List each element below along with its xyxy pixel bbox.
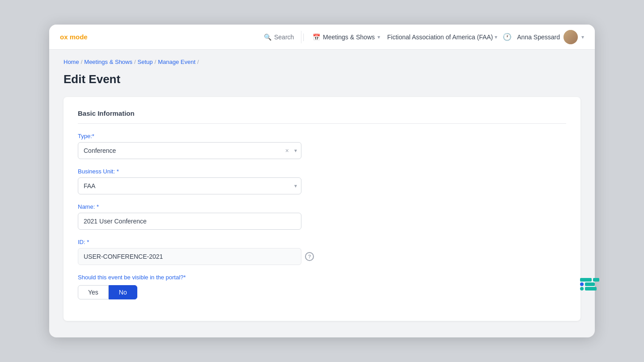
widget-bar-1 xyxy=(580,278,599,282)
breadcrumb-sep-2: / xyxy=(134,59,136,65)
breadcrumb-sep-1: / xyxy=(81,59,83,65)
name-field-group: Name: * xyxy=(78,203,566,230)
widget-bar-2 xyxy=(580,282,599,286)
org-selector[interactable]: Fictional Association of America (FAA) ▾ xyxy=(387,34,498,41)
business-unit-field-group: Business Unit: * FAA ▾ xyxy=(78,168,566,194)
id-row: ? xyxy=(78,248,566,265)
business-unit-select[interactable]: FAA xyxy=(78,177,301,194)
user-menu[interactable]: Anna Spessard ▾ xyxy=(517,30,584,44)
breadcrumb-sep-4: / xyxy=(197,59,199,65)
breadcrumb: Home / Meetings & Shows / Setup / Manage… xyxy=(64,59,580,65)
breadcrumb-setup[interactable]: Setup xyxy=(138,59,153,65)
nav-divider: | xyxy=(302,32,305,42)
basic-information-card: Basic Information Type:* Conference × ▾ … xyxy=(64,97,580,321)
meetings-nav-label: Meetings & Shows xyxy=(323,34,375,41)
main-content: Home / Meetings & Shows / Setup / Manage… xyxy=(49,50,595,337)
business-unit-select-wrapper: FAA ▾ xyxy=(78,177,301,194)
id-label: ID: * xyxy=(78,239,566,245)
widget-dot-teal xyxy=(580,287,584,290)
visibility-toggle: Yes No xyxy=(78,285,566,299)
page-title: Edit Event xyxy=(64,72,580,86)
user-name: Anna Spessard xyxy=(517,34,560,41)
org-name: Fictional Association of America (FAA) xyxy=(387,34,493,41)
visibility-label: Should this event be visible in the port… xyxy=(78,274,566,281)
app-logo: ox mode xyxy=(60,33,88,41)
name-label: Name: * xyxy=(78,203,566,210)
widget-bar-teal-4 xyxy=(585,287,597,290)
no-button[interactable]: No xyxy=(109,285,137,299)
yes-button[interactable]: Yes xyxy=(78,285,109,299)
widget-bar-teal-2 xyxy=(593,278,599,282)
navbar-right: Fictional Association of America (FAA) ▾… xyxy=(387,30,584,44)
search-button[interactable]: 🔍 Search xyxy=(257,31,301,43)
widget-dot-blue xyxy=(580,282,584,286)
id-field-group: ID: * ? xyxy=(78,239,566,265)
type-field-group: Type:* Conference × ▾ xyxy=(78,133,566,159)
type-label: Type:* xyxy=(78,133,566,139)
meetings-shows-nav[interactable]: 📅 Meetings & Shows ▾ xyxy=(305,31,387,43)
clock-icon[interactable]: 🕐 xyxy=(503,33,512,41)
type-select-wrapper: Conference × ▾ xyxy=(78,142,301,159)
visibility-field-group: Should this event be visible in the port… xyxy=(78,274,566,299)
floating-widget[interactable] xyxy=(580,278,599,290)
user-chevron-icon: ▾ xyxy=(581,34,584,40)
id-help-icon[interactable]: ? xyxy=(305,252,314,261)
breadcrumb-manage-event[interactable]: Manage Event xyxy=(158,59,195,65)
business-unit-label: Business Unit: * xyxy=(78,168,566,175)
breadcrumb-meetings[interactable]: Meetings & Shows xyxy=(84,59,132,65)
meetings-chevron-icon: ▾ xyxy=(377,34,380,40)
navbar: ox mode 🔍 Search | 📅 Meetings & Shows ▾ … xyxy=(49,25,595,50)
widget-bar-3 xyxy=(580,287,599,290)
breadcrumb-sep-3: / xyxy=(155,59,157,65)
calendar-icon: 📅 xyxy=(313,34,320,41)
breadcrumb-home[interactable]: Home xyxy=(64,59,79,65)
name-input[interactable] xyxy=(78,213,301,230)
search-label: Search xyxy=(274,34,294,41)
card-title: Basic Information xyxy=(78,109,566,124)
type-clear-icon[interactable]: × xyxy=(285,147,289,154)
search-icon: 🔍 xyxy=(264,34,271,41)
id-input[interactable] xyxy=(78,248,301,265)
widget-bar-teal-3 xyxy=(585,282,595,286)
org-chevron-icon: ▾ xyxy=(495,34,497,40)
widget-bar-teal-1 xyxy=(580,278,592,282)
type-select[interactable]: Conference xyxy=(78,142,301,159)
avatar xyxy=(564,30,578,44)
